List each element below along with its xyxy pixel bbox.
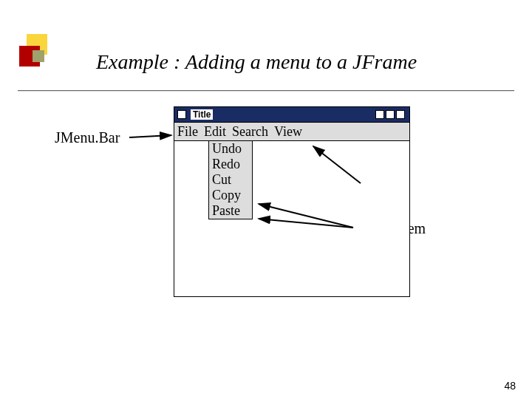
menu-file[interactable]: File: [174, 123, 201, 140]
svg-line-0: [129, 135, 171, 137]
page-number: 48: [504, 380, 516, 392]
jframe-content: Undo Redo Cut Copy Paste: [174, 141, 409, 296]
menu-bar: File Edit Search View: [174, 122, 409, 141]
edit-dropdown: Undo Redo Cut Copy Paste: [208, 141, 253, 219]
callout-label-menubar: JMenu.Bar: [55, 129, 120, 146]
menuitem-redo[interactable]: Redo: [209, 157, 252, 172]
horizontal-rule: [18, 90, 514, 92]
jframe-window: Title File Edit Search View Undo Redo Cu…: [174, 106, 410, 297]
menu-view[interactable]: View: [271, 123, 305, 140]
title-bar: Title: [174, 107, 409, 122]
maximize-button[interactable]: [386, 110, 395, 119]
menuitem-paste[interactable]: Paste: [209, 203, 252, 219]
menuitem-undo[interactable]: Undo: [209, 141, 252, 157]
close-button[interactable]: [396, 110, 405, 119]
minimize-button[interactable]: [375, 110, 384, 119]
sysmenu-icon[interactable]: [177, 110, 186, 119]
menuitem-cut[interactable]: Cut: [209, 172, 252, 188]
menu-edit[interactable]: Edit: [201, 123, 229, 140]
logo-square-olive: [33, 50, 44, 62]
slide-title: Example : Adding a menu to a JFrame: [96, 50, 417, 74]
menuitem-copy[interactable]: Copy: [209, 188, 252, 203]
window-title: Title: [191, 109, 213, 120]
menu-search[interactable]: Search: [229, 123, 271, 140]
